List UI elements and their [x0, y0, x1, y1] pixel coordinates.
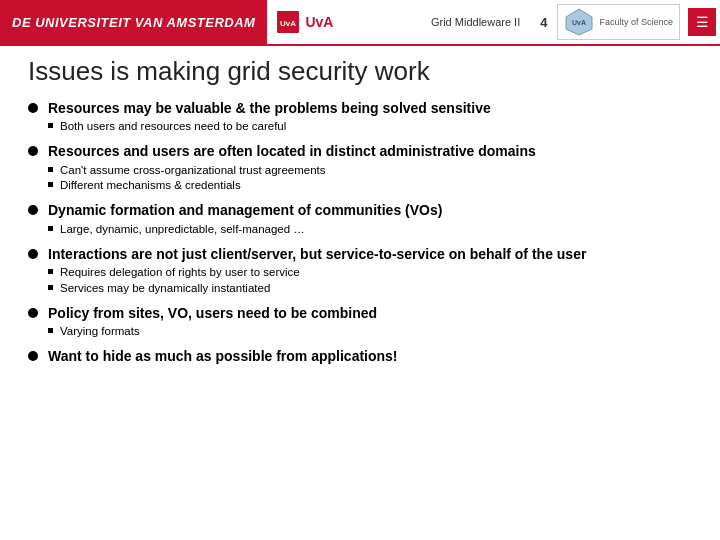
- sub-bullet-list: Varying formats: [48, 324, 692, 339]
- bullet-dot-icon: [28, 146, 38, 156]
- page-title: Issues is making grid security work: [28, 56, 692, 87]
- sub-bullet-item: Varying formats: [48, 324, 692, 339]
- header-right: Grid Middleware II 4 UvA Faculty of Scie…: [421, 0, 720, 44]
- sub-dot-icon: [48, 182, 53, 187]
- sub-bullet-text: Different mechanisms & credentials: [60, 178, 241, 193]
- main-bullet-list: Resources may be valuable & the problems…: [28, 99, 692, 365]
- university-logo-bar: De Universiteit van Amsterdam: [0, 0, 267, 44]
- sub-bullet-list: Requires delegation of rights by user to…: [48, 265, 692, 296]
- bullet-item: Resources and users are often located in…: [28, 142, 692, 194]
- sub-bullet-list: Both users and resources need to be care…: [48, 119, 692, 134]
- sub-bullet-list: Large, dynamic, unpredictable, self-mana…: [48, 222, 692, 237]
- uva-label: UvA: [305, 14, 333, 30]
- sub-bullet-text: Requires delegation of rights by user to…: [60, 265, 300, 280]
- svg-text:UvA: UvA: [572, 19, 586, 26]
- bullet-main-text: Resources and users are often located in…: [48, 142, 692, 160]
- bullet-dot-icon: [28, 308, 38, 318]
- uva-logo-section: UvA UvA: [267, 0, 343, 44]
- sub-bullet-text: Services may be dynamically instantiated: [60, 281, 270, 296]
- bullet-main-text: Dynamic formation and management of comm…: [48, 201, 692, 219]
- sub-bullet-text: Can't assume cross-organizational trust …: [60, 163, 326, 178]
- bullet-dot-icon: [28, 249, 38, 259]
- bullet-dot-icon: [28, 351, 38, 361]
- bullet-dot-icon: [28, 205, 38, 215]
- sub-bullet-item: Requires delegation of rights by user to…: [48, 265, 692, 280]
- faculty-logo-icon: UvA: [564, 7, 594, 37]
- bullet-item: Interactions are not just client/server,…: [28, 245, 692, 297]
- sub-bullet-text: Large, dynamic, unpredictable, self-mana…: [60, 222, 305, 237]
- slide-title: Grid Middleware II: [431, 16, 520, 28]
- header: De Universiteit van Amsterdam UvA UvA Gr…: [0, 0, 720, 44]
- bullet-item: Policy from sites, VO, users need to be …: [28, 304, 692, 340]
- slide-number: 4: [540, 15, 547, 30]
- bullet-item: Want to hide as much as possible from ap…: [28, 347, 692, 365]
- bullet-main-text: Want to hide as much as possible from ap…: [48, 347, 692, 365]
- sub-bullet-item: Different mechanisms & credentials: [48, 178, 692, 193]
- bullet-main-text: Policy from sites, VO, users need to be …: [48, 304, 692, 322]
- menu-icon[interactable]: ☰: [688, 8, 716, 36]
- bullet-dot-icon: [28, 103, 38, 113]
- bullet-main-text: Interactions are not just client/server,…: [48, 245, 692, 263]
- sub-dot-icon: [48, 226, 53, 231]
- faculty-badge: UvA Faculty of Science: [557, 4, 680, 40]
- uva-emblem-icon: UvA: [277, 11, 299, 33]
- sub-dot-icon: [48, 269, 53, 274]
- faculty-label: Faculty of Science: [599, 17, 673, 28]
- svg-text:UvA: UvA: [280, 19, 296, 28]
- sub-dot-icon: [48, 123, 53, 128]
- sub-bullet-text: Both users and resources need to be care…: [60, 119, 286, 134]
- slide-content: Issues is making grid security work Reso…: [0, 46, 720, 380]
- sub-bullet-item: Large, dynamic, unpredictable, self-mana…: [48, 222, 692, 237]
- sub-bullet-text: Varying formats: [60, 324, 140, 339]
- slide-info: Grid Middleware II 4: [421, 11, 558, 34]
- bullet-item: Resources may be valuable & the problems…: [28, 99, 692, 135]
- sub-bullet-list: Can't assume cross-organizational trust …: [48, 163, 692, 194]
- sub-bullet-item: Both users and resources need to be care…: [48, 119, 692, 134]
- sub-dot-icon: [48, 328, 53, 333]
- sub-bullet-item: Can't assume cross-organizational trust …: [48, 163, 692, 178]
- sub-dot-icon: [48, 167, 53, 172]
- bullet-main-text: Resources may be valuable & the problems…: [48, 99, 692, 117]
- sub-dot-icon: [48, 285, 53, 290]
- sub-bullet-item: Services may be dynamically instantiated: [48, 281, 692, 296]
- bullet-item: Dynamic formation and management of comm…: [28, 201, 692, 237]
- university-name: De Universiteit van Amsterdam: [12, 15, 255, 30]
